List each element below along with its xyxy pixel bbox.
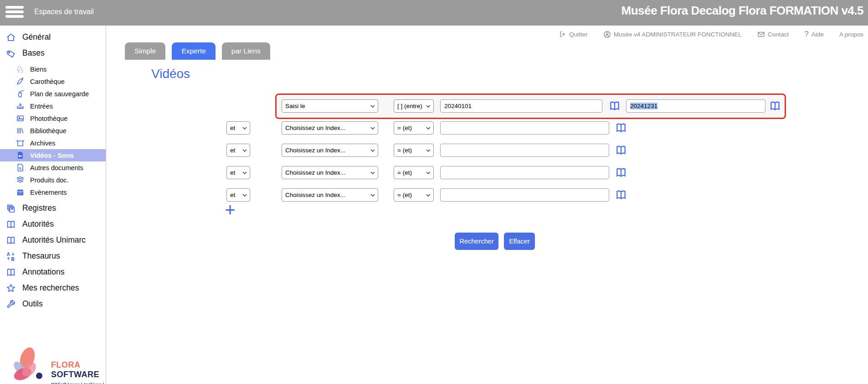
brand-tagline: Bibliothèques | Archives | Musées: [51, 382, 106, 384]
brush-icon: [15, 77, 25, 86]
index-select-wrap: Choisissez un Index...: [282, 188, 378, 202]
question-mark-icon: ?: [804, 30, 808, 39]
app-window: Espaces de travail Musée Flora Decalog F…: [0, 0, 868, 384]
flora-software-logo: FLORA SOFTWARE Bibliothèques | Archives …: [4, 346, 106, 384]
envelope-icon: [757, 31, 765, 38]
index-lookup-book-icon[interactable]: [614, 121, 628, 134]
paper-stack-icon: [15, 176, 25, 184]
sidebar-item-evenements[interactable]: Evènements: [0, 186, 106, 198]
index-lookup-book-icon[interactable]: [608, 99, 621, 112]
sidebar-item-biens[interactable]: ♘ Biens: [0, 63, 106, 75]
sidebar-item-thesaurus[interactable]: AB Thesaurus: [0, 248, 106, 264]
tag-icon: [5, 48, 16, 58]
calendar-icon: [15, 188, 25, 197]
registers-icon: [5, 203, 16, 213]
criteria-value-input[interactable]: [440, 166, 609, 179]
operator-select-row1[interactable]: [ ] (entre): [394, 99, 434, 113]
sidebar-item-registres[interactable]: Registres: [0, 200, 106, 216]
operator-select-wrap: = (et): [394, 188, 434, 202]
books-icon: [15, 126, 25, 135]
fire-extinguisher-icon: [15, 89, 25, 98]
operator-select-wrap: = (et): [394, 121, 434, 135]
index-select[interactable]: Choisissez un Index...: [282, 144, 378, 157]
chess-knight-icon: ♘: [15, 64, 25, 74]
app-title: Musée Flora Decalog Flora FORMATION v4.5: [621, 4, 863, 18]
flora-petals-icon: [4, 346, 49, 384]
criteria-value-input[interactable]: [440, 144, 609, 157]
sidebar-item-general[interactable]: Général: [0, 29, 106, 45]
sidebar-item-archives[interactable]: Archives: [0, 137, 106, 149]
tab-par-liens[interactable]: par Liens: [222, 42, 270, 60]
svg-text:B: B: [11, 257, 14, 261]
open-book-icon: [5, 235, 16, 245]
index-select[interactable]: Choisissez un Index...: [282, 166, 378, 179]
open-book-icon: [5, 219, 16, 229]
criteria-value-input[interactable]: [440, 188, 609, 202]
index-lookup-book-icon[interactable]: [614, 166, 628, 179]
video-file-icon: [15, 151, 25, 160]
sidebar-item-autres-documents[interactable]: Autres documents: [0, 161, 106, 174]
index-select-wrap: Choisissez un Index...: [282, 166, 378, 179]
document-icon: [15, 163, 25, 172]
sidebar-item-bases[interactable]: Bases: [0, 45, 106, 61]
sidebar-item-entrees[interactable]: Entrées: [0, 100, 106, 112]
sidebar-nav: Général Bases ♘ Biens Carothèque Plan de…: [0, 29, 106, 312]
operator-select-row1-wrap: [ ] (entre): [394, 99, 434, 113]
search-mode-tabs: Simple Experte par Liens: [125, 42, 270, 60]
brand-name: FLORA SOFTWARE: [51, 360, 106, 379]
sidebar-item-plan-de-sauvegarde[interactable]: Plan de sauvegarde: [0, 88, 106, 100]
sidebar-item-annotations[interactable]: Annotations: [0, 264, 106, 280]
wrench-icon: [5, 299, 16, 309]
index-select[interactable]: Choisissez un Index...: [282, 188, 378, 202]
index-select-wrap: Choisissez un Index...: [282, 144, 378, 157]
index-select-row1[interactable]: Saisi le: [282, 99, 378, 113]
bool-select[interactable]: et: [226, 166, 250, 179]
index-lookup-book-icon[interactable]: [614, 144, 628, 156]
tab-simple[interactable]: Simple: [125, 42, 165, 60]
image-icon: [15, 114, 25, 123]
quitter-link[interactable]: Quitter: [559, 31, 588, 38]
user-icon: [603, 31, 611, 38]
page-title: Vidéos: [151, 67, 190, 81]
svg-text:A: A: [6, 252, 10, 257]
header-links: Quitter Musée v4 ADMINISTRATEUR FONCTION…: [559, 26, 863, 43]
sidebar-item-mes-recherches[interactable]: Mes recherches: [0, 280, 106, 296]
sidebar-item-autorites-unimarc[interactable]: Autorités Unimarc: [0, 232, 106, 248]
hamburger-menu-icon[interactable]: [5, 6, 26, 20]
operator-select-wrap: = (et): [394, 144, 434, 157]
add-criteria-row-button[interactable]: +: [222, 202, 238, 218]
sidebar-item-phototheque[interactable]: Photothèque: [0, 112, 106, 125]
bool-select-wrap: et: [226, 166, 250, 179]
value-from-input[interactable]: [440, 99, 602, 113]
operator-select[interactable]: = (et): [394, 188, 434, 202]
operator-select[interactable]: = (et): [394, 166, 434, 179]
index-select-row1-wrap: Saisi le: [282, 99, 378, 113]
criteria-value-input[interactable]: [440, 121, 609, 135]
value-to-input[interactable]: 20241231: [626, 99, 765, 113]
rechercher-button[interactable]: Rechercher: [455, 233, 498, 250]
sidebar-item-videos-sons[interactable]: Vidéos - Sons: [0, 149, 106, 161]
tab-experte[interactable]: Experte: [172, 42, 215, 60]
apropos-link[interactable]: A propos: [839, 31, 863, 38]
operator-select[interactable]: = (et): [394, 144, 434, 157]
aide-link[interactable]: ? Aide: [804, 30, 824, 39]
sidebar-item-outils[interactable]: Outils: [0, 296, 106, 312]
sidebar-item-autorites[interactable]: Autorités: [0, 216, 106, 232]
sidebar-item-bibliotheque[interactable]: Bibliothèque: [0, 125, 106, 137]
index-select[interactable]: Choisissez un Index...: [282, 121, 378, 135]
sidebar-item-carotheque[interactable]: Carothèque: [0, 75, 106, 88]
star-icon: [5, 283, 16, 293]
contact-link[interactable]: Contact: [757, 31, 789, 38]
bool-select-wrap: et: [226, 144, 250, 157]
sidebar-item-produits-doc[interactable]: Produits doc.: [0, 174, 106, 186]
effacer-button[interactable]: Effacer: [504, 233, 535, 250]
workspace-label[interactable]: Espaces de travail: [34, 8, 94, 16]
operator-select[interactable]: = (et): [394, 121, 434, 135]
bool-select[interactable]: et: [226, 121, 250, 135]
bases-subitems: ♘ Biens Carothèque Plan de sauvegarde En…: [0, 63, 106, 198]
index-lookup-book-icon[interactable]: [768, 99, 782, 112]
logout-icon: [559, 31, 566, 38]
index-lookup-book-icon[interactable]: [614, 188, 628, 201]
user-account-link[interactable]: Musée v4 ADMINISTRATEUR FONCTIONNEL: [603, 31, 742, 38]
bool-select[interactable]: et: [226, 144, 250, 157]
